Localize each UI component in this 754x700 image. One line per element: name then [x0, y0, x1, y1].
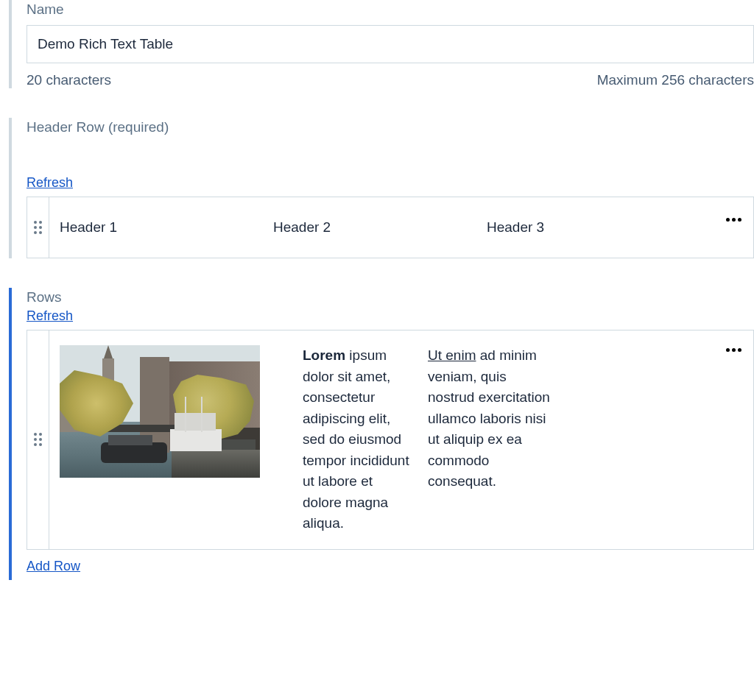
max-chars-text: Maximum 256 characters: [597, 72, 754, 88]
header-cell-1[interactable]: Header 1: [60, 215, 273, 240]
canal-photo-placeholder: [60, 345, 260, 478]
row1-col3-underline: Ut enim: [428, 347, 476, 363]
header-cell-3[interactable]: Header 3: [487, 215, 700, 240]
rows-field-block: Rows Refresh: [9, 288, 754, 580]
char-count-text: 20 characters: [27, 72, 111, 88]
name-input[interactable]: [27, 25, 754, 63]
drag-handle-icon[interactable]: [34, 433, 42, 446]
add-row-link[interactable]: Add Row: [27, 559, 80, 574]
more-actions-icon[interactable]: [726, 215, 741, 222]
name-label: Name: [27, 0, 754, 18]
name-field-block: Name 20 characters Maximum 256 character…: [9, 0, 754, 88]
header-cell-2[interactable]: Header 2: [273, 215, 487, 240]
row1-col2-bold: Lorem: [303, 347, 345, 363]
header-row-card: Header 1 Header 2 Header 3: [27, 197, 754, 258]
table-row: Lorem ipsum dolor sit amet, consectetur …: [27, 330, 754, 550]
header-row-label: Header Row (required): [27, 118, 754, 135]
header-refresh-link[interactable]: Refresh: [27, 175, 73, 191]
row1-cell-2[interactable]: Lorem ipsum dolor sit amet, consectetur …: [303, 345, 428, 534]
row1-cell-3[interactable]: Ut enim ad minim veniam, quis nostrud ex…: [428, 345, 568, 492]
row1-cell-image[interactable]: [60, 345, 303, 478]
header-row-field-block: Header Row (required) Refresh Header 1 H…: [9, 118, 754, 258]
row1-col2-rest: ipsum dolor sit amet, consectetur adipis…: [303, 347, 409, 531]
drag-handle-icon[interactable]: [34, 221, 42, 234]
rows-label: Rows: [27, 288, 754, 305]
more-actions-icon[interactable]: [726, 345, 741, 352]
rows-refresh-link[interactable]: Refresh: [27, 308, 73, 324]
row1-col3-rest: ad minim veniam, quis nostrud exercitati…: [428, 347, 550, 489]
